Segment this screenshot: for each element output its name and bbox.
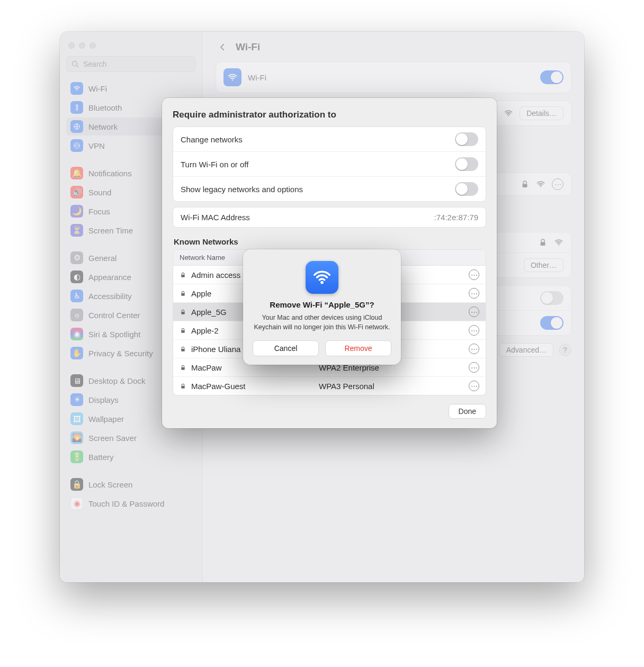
svg-rect-16 bbox=[181, 330, 185, 332]
remove-wifi-alert: Remove Wi-Fi “Apple_5G”? Your Mac and ot… bbox=[243, 249, 401, 365]
more-options-icon[interactable]: ⋯ bbox=[469, 288, 479, 299]
svg-rect-18 bbox=[181, 367, 185, 369]
more-options-icon[interactable]: ⋯ bbox=[469, 307, 479, 317]
more-options-icon[interactable]: ⋯ bbox=[469, 325, 479, 336]
lock-icon bbox=[180, 290, 186, 297]
lock-icon bbox=[180, 364, 186, 371]
change-networks-switch[interactable] bbox=[455, 132, 478, 146]
mac-address-label: Wi-Fi MAC Address bbox=[181, 213, 434, 222]
more-options-icon[interactable]: ⋯ bbox=[469, 269, 479, 280]
lock-icon bbox=[180, 327, 186, 334]
alert-title: Remove Wi-Fi “Apple_5G”? bbox=[253, 300, 391, 309]
svg-rect-14 bbox=[181, 293, 185, 295]
sheet-heading: Require administrator authorization to bbox=[173, 110, 486, 120]
done-button[interactable]: Done bbox=[449, 404, 486, 419]
network-name: Apple_5G bbox=[191, 308, 227, 317]
more-options-icon[interactable]: ⋯ bbox=[469, 362, 479, 373]
network-name: Apple bbox=[191, 289, 211, 298]
system-settings-window: Wi-Fi Bluetooth Network VPNVPN 🔔Notifica… bbox=[60, 32, 584, 582]
svg-rect-19 bbox=[181, 385, 185, 388]
cancel-button[interactable]: Cancel bbox=[253, 340, 319, 356]
network-name: Apple-2 bbox=[191, 326, 219, 335]
network-name: MacPaw bbox=[191, 363, 222, 372]
lock-icon bbox=[180, 383, 186, 390]
turn-wifi-switch[interactable] bbox=[455, 157, 478, 171]
lock-icon bbox=[180, 309, 186, 316]
lock-icon bbox=[180, 272, 186, 278]
row-turn-wifi: Turn Wi-Fi on or off bbox=[181, 160, 449, 169]
table-row[interactable]: MacPaw-GuestWPA3 Personal⋯ bbox=[173, 376, 486, 395]
more-options-icon[interactable]: ⋯ bbox=[469, 344, 479, 354]
svg-rect-13 bbox=[181, 274, 185, 277]
alert-body: Your Mac and other devices using iCloud … bbox=[253, 313, 391, 332]
row-legacy: Show legacy networks and options bbox=[181, 185, 449, 194]
network-name: iPhone Uliana bbox=[191, 345, 240, 354]
network-name: MacPaw-Guest bbox=[191, 382, 246, 391]
more-options-icon[interactable]: ⋯ bbox=[469, 381, 479, 391]
network-security: WPA3 Personal bbox=[319, 382, 458, 391]
mac-address-value: :74:2e:87:79 bbox=[434, 213, 478, 222]
remove-button[interactable]: Remove bbox=[325, 340, 391, 356]
row-change-networks: Change networks bbox=[181, 135, 449, 144]
lock-icon bbox=[180, 346, 186, 353]
network-name: Admin access bbox=[191, 271, 240, 280]
svg-point-20 bbox=[320, 281, 324, 284]
svg-rect-15 bbox=[181, 311, 185, 314]
legacy-switch[interactable] bbox=[455, 182, 478, 196]
wifi-app-icon bbox=[306, 261, 338, 294]
known-networks-title: Known Networks bbox=[174, 237, 485, 246]
svg-rect-17 bbox=[181, 348, 185, 351]
